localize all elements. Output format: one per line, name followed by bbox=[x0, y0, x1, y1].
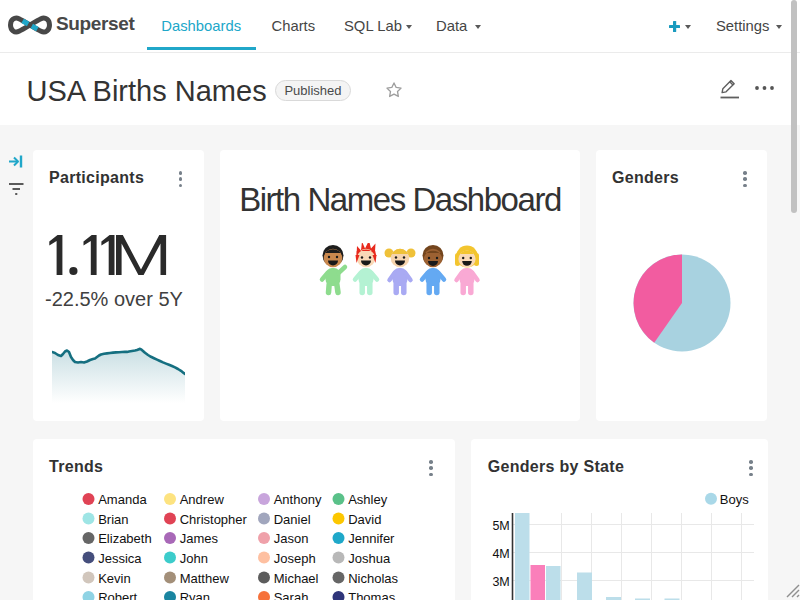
svg-text:Thomas: Thomas bbox=[348, 590, 395, 600]
svg-text:Jennifer: Jennifer bbox=[348, 531, 395, 546]
svg-text:Ashley: Ashley bbox=[348, 492, 388, 507]
svg-text:Daniel: Daniel bbox=[274, 512, 311, 527]
svg-text:Christopher: Christopher bbox=[180, 512, 248, 527]
svg-text:Kevin: Kevin bbox=[98, 571, 131, 586]
svg-text:Andrew: Andrew bbox=[180, 492, 225, 507]
svg-text:Joshua: Joshua bbox=[348, 551, 391, 566]
svg-text:Boys: Boys bbox=[720, 492, 749, 507]
svg-text:Amanda: Amanda bbox=[98, 492, 147, 507]
svg-text:John: John bbox=[180, 551, 208, 566]
svg-text:Jessica: Jessica bbox=[98, 551, 142, 566]
svg-text:Ryan: Ryan bbox=[180, 590, 210, 600]
svg-text:Nicholas: Nicholas bbox=[348, 571, 398, 586]
svg-text:Anthony: Anthony bbox=[274, 492, 322, 507]
svg-text:Robert: Robert bbox=[98, 590, 137, 600]
svg-text:Brian: Brian bbox=[98, 512, 128, 527]
svg-text:3M: 3M bbox=[492, 575, 509, 589]
svg-text:Sarah: Sarah bbox=[274, 590, 309, 600]
svg-text:Joseph: Joseph bbox=[274, 551, 316, 566]
svg-text:5M: 5M bbox=[492, 519, 509, 533]
svg-text:Jason: Jason bbox=[274, 531, 309, 546]
svg-text:Michael: Michael bbox=[274, 571, 319, 586]
svg-text:David: David bbox=[348, 512, 381, 527]
svg-text:4M: 4M bbox=[492, 547, 509, 561]
svg-text:Elizabeth: Elizabeth bbox=[98, 531, 151, 546]
svg-text:James: James bbox=[180, 531, 219, 546]
svg-text:Matthew: Matthew bbox=[180, 571, 230, 586]
